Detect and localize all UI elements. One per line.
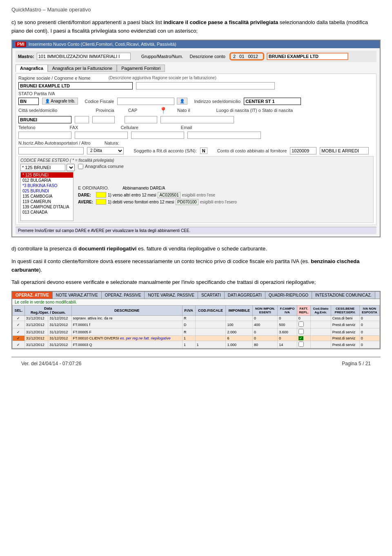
fatt-repl-checked: ✓	[298, 336, 303, 340]
cell-fcampo: 0	[278, 336, 297, 341]
conto-costo-code-input[interactable]	[290, 147, 316, 154]
citta-input[interactable]	[18, 116, 71, 123]
cell-codfis	[195, 336, 226, 341]
cell-codfis	[195, 328, 226, 336]
list-item[interactable]: 135 CAMBOGIA	[21, 194, 73, 199]
cell-data-reg: 31/12/2012	[24, 316, 48, 321]
natura-label: Natura:	[105, 141, 119, 145]
col-piva: P.IVA	[182, 306, 195, 316]
fatt-repl-check[interactable]	[298, 329, 304, 334]
dare-label: DARE:	[78, 193, 94, 197]
cell-nonimpon: 400	[253, 321, 278, 328]
table-row: ✓ 31/12/2012 31/12/2012 sopravv. attiva …	[13, 316, 380, 321]
footer-right: Pagina 5 / 21	[342, 361, 371, 366]
rag-soc-input[interactable]	[18, 82, 133, 89]
fatt-repl-check[interactable]	[298, 342, 304, 347]
list-item[interactable]: 025 BURUNDI	[21, 188, 73, 194]
cell-input[interactable]	[131, 132, 184, 139]
cell-imponibile: 100	[226, 321, 253, 328]
cell-fatt-repl[interactable]: ✓	[297, 336, 311, 341]
list-item[interactable]: 139 CAMPIONE D'ITALIA	[21, 204, 73, 210]
luogo-input[interactable]	[160, 116, 234, 123]
tel-label: Telefono	[18, 125, 36, 130]
cell-data-reg: 31/12/2012	[24, 336, 48, 341]
albo-input[interactable]	[18, 147, 84, 154]
tab-operaz-attive[interactable]: OPERAZ. ATTIVE	[12, 292, 53, 299]
tab-operaz-passive[interactable]: OPERAZ. PASSIVE	[102, 292, 145, 299]
avere-code: PD070100	[176, 199, 198, 205]
list-item[interactable]: *3 BURKINA FASO	[21, 183, 73, 188]
fax-input[interactable]	[75, 132, 128, 139]
gruppo-label: Gruppo/Mastro/Num.	[141, 54, 183, 59]
rag-soc-extra-input[interactable]	[136, 82, 275, 89]
natura-select[interactable]: 2 Ditta	[87, 147, 124, 154]
avere-input[interactable]	[96, 199, 106, 205]
cell-fatt-repl[interactable]: 0	[297, 316, 311, 321]
cell-codstato	[311, 316, 331, 321]
nato-input[interactable]	[125, 116, 157, 123]
cell-sel[interactable]: ✓	[13, 336, 25, 341]
cell-data-doc: 31/12/2012	[48, 328, 71, 336]
tab-dati-aggregati[interactable]: DATI AGGREGATI	[225, 292, 265, 299]
codice-fiscale-input[interactable]	[117, 98, 174, 105]
cell-data-doc: 31/12/2012	[48, 341, 71, 348]
col-codfis: COD.FISCALE	[195, 306, 226, 316]
cell-piva: D	[182, 321, 195, 328]
cell-sel[interactable]: ✓	[13, 341, 25, 348]
indirizzo-input[interactable]	[244, 98, 301, 105]
cell-imponibile: 6	[226, 336, 253, 341]
cell-fatt-repl[interactable]	[297, 341, 311, 348]
codice-icon: 👤	[180, 99, 185, 103]
tabs2-row: OPERAZ. ATTIVE NOTE VARIAZ.ATTIVE OPERAZ…	[12, 292, 380, 299]
gruppo-val: 2	[233, 54, 236, 59]
fatt-repl-check[interactable]	[298, 322, 304, 327]
anag-comune-check[interactable]	[78, 164, 83, 169]
stato-input[interactable]	[18, 98, 39, 105]
dare-input[interactable]	[96, 192, 106, 198]
tab-quadri-riepilogo[interactable]: QUADRI-RIEPILOGO	[265, 292, 312, 299]
cell-sel[interactable]: ✓	[13, 321, 25, 328]
cell-desc: sopravv. attiva inc. da re	[71, 316, 182, 321]
cell-codfis	[195, 321, 226, 328]
paese-selected-input[interactable]	[20, 164, 65, 171]
desc-conto-value: BRUNEI EXAMPLE LTD	[267, 53, 348, 60]
tab-anagrafica[interactable]: Anagrafica	[16, 65, 48, 72]
col-desc: DESCRIZIONE	[71, 306, 182, 316]
cell-sel[interactable]: ✓	[13, 316, 25, 321]
conto-costo-desc-input[interactable]	[320, 147, 369, 154]
cell-fatt-repl[interactable]	[297, 321, 311, 328]
paese-dropdown[interactable]: ▼	[67, 164, 75, 171]
paese-list: * 125 BRUNEI 012 BULGARIA *3 BURKINA FAS…	[20, 172, 74, 221]
cap-input[interactable]	[92, 116, 115, 123]
tab-scartati[interactable]: SCARTATI	[198, 292, 225, 299]
list-item[interactable]: 013 CANADA	[21, 210, 73, 215]
cell-fcampo: 500	[278, 321, 297, 328]
cell-desc: FT.00005 F	[71, 328, 182, 336]
tab-intestazione[interactable]: INTESTAZIONE COMUNICAZ.	[312, 292, 375, 299]
cell-cessbene: Prest.di serviz	[331, 336, 359, 341]
tab-pagamenti-fornitori[interactable]: Pagamenti Fornitori	[117, 65, 165, 72]
cell-sel[interactable]: ✓	[13, 328, 25, 336]
rag-soc-extra-label: (Descrizione aggiuntiva Ragione sociale …	[109, 76, 216, 80]
fax-label: FAX	[70, 125, 78, 130]
codice-icon-btn[interactable]: 👤	[177, 98, 187, 105]
cell-nonimpon: 0	[253, 336, 278, 341]
list-item[interactable]: * 125 BRUNEI	[21, 172, 73, 178]
list-item[interactable]: 012 BULGARIA	[21, 178, 73, 183]
prov-input[interactable]	[75, 116, 89, 123]
tab-anagrafica-fatturazione[interactable]: Anagrafica per la Fatturazione	[48, 65, 117, 72]
tel-input[interactable]	[18, 132, 71, 139]
cell-nonimpon: 0	[253, 328, 278, 336]
window-spesometro: OPERAZ. ATTIVE NOTE VARIAZ.ATTIVE OPERAZ…	[11, 291, 381, 349]
col-imponibile: IMPONIBILE	[226, 306, 253, 316]
anag-trib-btn[interactable]: 👤 Anagrafe trib.	[42, 98, 78, 105]
col-sel: SEL.	[13, 306, 25, 316]
cell-fatt-repl[interactable]	[297, 328, 311, 336]
tab-note-variaz-passive[interactable]: NOTE VARIAZ. PASSIVE	[145, 292, 198, 299]
email-input[interactable]	[187, 132, 261, 139]
cell-ivanon: 0	[359, 316, 379, 321]
mastro-input[interactable]	[37, 53, 131, 60]
albo-label: N.Iscriz.Albo Autotrasportatori / Altro	[18, 141, 91, 145]
list-item[interactable]: 119 CAMERUN	[21, 199, 73, 204]
tab-note-variaz-attive[interactable]: NOTE VARIAZ.ATTIVE	[53, 292, 102, 299]
